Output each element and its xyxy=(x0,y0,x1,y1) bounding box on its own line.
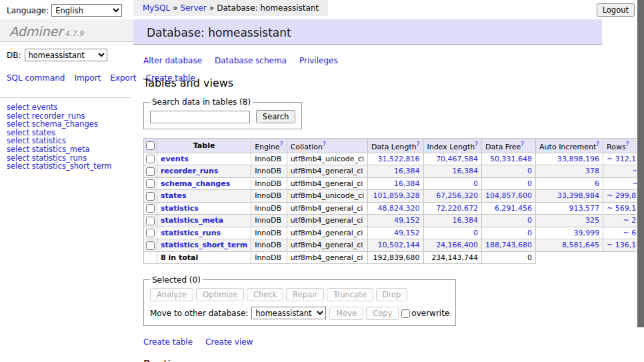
total-index-length-cell: 234,143,744 xyxy=(423,251,482,263)
data-free-link[interactable]: 188,743,680 xyxy=(485,241,532,249)
move-database-select[interactable]: homeassistant xyxy=(251,307,326,319)
data-length-link[interactable]: 48,824,320 xyxy=(378,204,420,213)
sidebar-select-link[interactable]: select statistics_short_term xyxy=(7,162,133,171)
sidebar-table-links: select eventsselect recorder_runsselect … xyxy=(7,103,133,171)
create-link[interactable]: Create table xyxy=(143,337,193,347)
index-length-link[interactable]: 70,467,584 xyxy=(436,155,478,163)
auto-increment-link[interactable]: 325 xyxy=(585,216,599,225)
sidebar-action-link[interactable]: SQL command xyxy=(7,73,65,83)
check-all-checkbox[interactable] xyxy=(146,141,155,150)
table-name-link[interactable]: states xyxy=(161,191,187,200)
data-length-cell: 16,384 xyxy=(368,177,423,190)
breadcrumb-mysql-link[interactable]: MySQL xyxy=(143,3,170,13)
data-length-link[interactable]: 10,502,144 xyxy=(378,241,420,249)
auto-increment-link[interactable]: 33,398,984 xyxy=(557,191,599,200)
data-free-cell: 6,291,456 xyxy=(482,202,536,215)
sidebar-action-link[interactable]: Export xyxy=(110,73,136,83)
tables-section-title: Tables and views xyxy=(143,77,610,89)
overwrite-checkbox[interactable] xyxy=(401,309,410,318)
index-length-link[interactable]: 16,384 xyxy=(453,167,479,175)
data-length-link[interactable]: 16,384 xyxy=(394,167,420,175)
data-free-link[interactable]: 104,857,600 xyxy=(485,191,532,200)
check-button: Check xyxy=(247,288,283,301)
index-length-link[interactable]: 0 xyxy=(473,229,478,237)
sidebar-select-link[interactable]: select events xyxy=(7,103,133,112)
search-button[interactable]: Search xyxy=(256,110,296,123)
table-name-link[interactable]: schema_changes xyxy=(161,179,230,188)
engine-cell: InnoDB xyxy=(251,190,287,203)
total-engine-cell: InnoDB xyxy=(251,251,287,263)
data-length-link[interactable]: 49,152 xyxy=(394,216,420,225)
index-length-link[interactable]: 16,384 xyxy=(453,216,479,225)
data-length-link[interactable]: 101,859,328 xyxy=(373,191,420,200)
data-length-cell: 16,384 xyxy=(368,165,423,178)
row-check-cell xyxy=(144,202,157,215)
table-name-link[interactable]: events xyxy=(161,155,189,163)
row-checkbox[interactable] xyxy=(146,241,155,250)
vertical-scrollbar[interactable] xyxy=(637,0,644,362)
table-name-link[interactable]: statistics xyxy=(161,204,199,213)
table-name-cell: recorder_runs xyxy=(157,165,251,178)
table-name-link[interactable]: statistics_short_term xyxy=(161,241,247,249)
db-select[interactable]: homeassistant xyxy=(25,49,107,61)
sidebar-select-link[interactable]: select statistics_meta xyxy=(7,145,133,154)
data-free-link[interactable]: 0 xyxy=(527,229,532,237)
help-link-icon[interactable]: ? xyxy=(596,141,599,147)
index-length-link[interactable]: 72,220,672 xyxy=(436,204,478,213)
data-length-link[interactable]: 31,522,816 xyxy=(378,155,420,163)
auto-increment-link[interactable]: 33,898,196 xyxy=(557,155,599,163)
data-free-link[interactable]: 0 xyxy=(527,179,532,188)
table-row: statesInnoDButf8mb4_unicode_ci101,859,32… xyxy=(144,190,644,203)
data-free-link[interactable]: 0 xyxy=(527,167,532,175)
collation-cell: utf8mb4_general_ci xyxy=(287,227,367,239)
help-link-icon[interactable]: ? xyxy=(280,141,283,147)
row-checkbox[interactable] xyxy=(146,192,155,201)
data-length-link[interactable]: 16,384 xyxy=(394,179,420,188)
help-link-icon[interactable]: ? xyxy=(323,141,326,147)
row-checkbox[interactable] xyxy=(146,167,155,176)
row-checkbox[interactable] xyxy=(146,155,155,163)
index-length-link[interactable]: 67,256,320 xyxy=(436,191,478,200)
index-length-link[interactable]: 24,166,400 xyxy=(436,241,478,249)
col-data-free: Data Free? xyxy=(482,139,536,153)
help-link-icon[interactable]: ? xyxy=(417,141,420,147)
table-name-link[interactable]: statistics_meta xyxy=(161,216,223,225)
database-action-link[interactable]: Alter database xyxy=(143,56,202,65)
breadcrumb-server-link[interactable]: Server xyxy=(181,3,207,13)
database-action-link[interactable]: Privileges xyxy=(299,56,338,65)
help-link-icon[interactable]: ? xyxy=(521,141,524,147)
row-checkbox[interactable] xyxy=(146,204,155,213)
auto-increment-link[interactable]: 378 xyxy=(585,167,599,175)
auto-increment-link[interactable]: 39,999 xyxy=(574,229,600,237)
search-input[interactable] xyxy=(150,111,250,123)
data-length-cell: 49,152 xyxy=(368,215,423,227)
index-length-cell: 70,467,584 xyxy=(423,153,482,165)
sidebar-action-link[interactable]: Import xyxy=(74,73,101,83)
help-link-icon[interactable]: ? xyxy=(626,141,629,147)
database-action-link[interactable]: Database schema xyxy=(215,56,287,65)
data-free-link[interactable]: 0 xyxy=(527,216,532,225)
language-select[interactable]: English xyxy=(51,4,122,17)
table-row: statistics_metaInnoDButf8mb4_general_ci4… xyxy=(144,215,644,227)
auto-increment-link[interactable]: 6 xyxy=(595,179,599,188)
table-row: statistics_short_termInnoDButf8mb4_gener… xyxy=(144,239,644,252)
auto-increment-cell: 8,581,645 xyxy=(536,239,603,252)
row-checkbox[interactable] xyxy=(146,229,155,237)
data-free-link[interactable]: 50,331,648 xyxy=(490,155,532,163)
scrollbar-thumb[interactable] xyxy=(637,0,644,327)
auto-increment-link[interactable]: 913,577 xyxy=(569,204,600,213)
row-checkbox[interactable] xyxy=(146,217,155,225)
table-name-link[interactable]: statistics_runs xyxy=(161,229,221,237)
auto-increment-link[interactable]: 8,581,645 xyxy=(562,241,599,249)
logout-button[interactable]: Logout xyxy=(597,3,635,17)
row-checkbox[interactable] xyxy=(146,179,155,188)
search-legend: Search data in tables (8) xyxy=(150,97,253,107)
sidebar-select-link[interactable]: select schema_changes xyxy=(7,120,133,129)
table-name-link[interactable]: recorder_runs xyxy=(161,167,218,175)
data-length-link[interactable]: 49,152 xyxy=(394,229,420,237)
index-length-link[interactable]: 0 xyxy=(473,179,478,188)
index-length-cell: 67,256,320 xyxy=(423,190,482,203)
data-free-link[interactable]: 6,291,456 xyxy=(495,204,532,213)
help-link-icon[interactable]: ? xyxy=(475,141,478,147)
create-link[interactable]: Create view xyxy=(205,337,253,347)
